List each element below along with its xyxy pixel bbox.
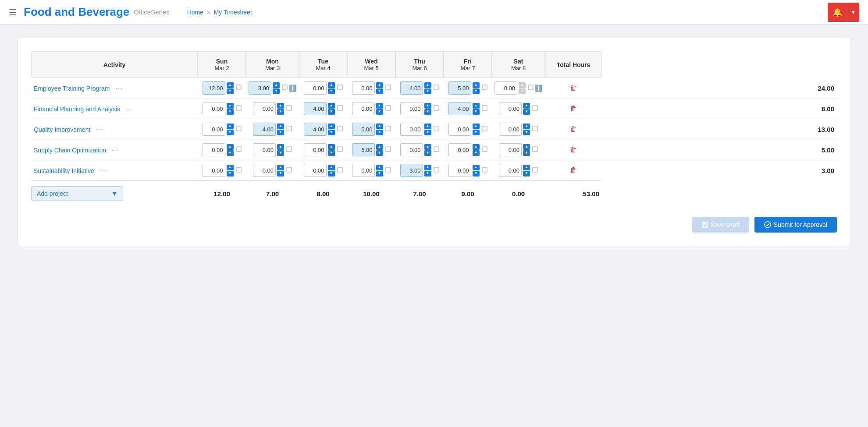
hour-input-r1-d5[interactable]	[448, 102, 471, 115]
note-icon-r2-d4[interactable]	[434, 126, 439, 133]
spinner-up-r0-d4[interactable]: ▲	[424, 82, 431, 88]
spinner-down-r1-d4[interactable]: ▼	[424, 109, 431, 115]
delete-button-2[interactable]: 🗑	[567, 124, 580, 134]
spinner-up-r4-d3[interactable]: ▲	[376, 165, 383, 170]
note-icon-r2-d0[interactable]	[236, 126, 242, 133]
spinner-up-r0-d0[interactable]: ▲	[227, 82, 234, 88]
spinner-down-r0-d4[interactable]: ▼	[424, 88, 431, 94]
hour-input-r2-d0[interactable]	[203, 123, 225, 136]
spinner-down-r0-d2[interactable]: ▼	[328, 88, 335, 94]
note-icon-r4-d6[interactable]	[532, 167, 538, 174]
spinner-up-r3-d5[interactable]: ▲	[473, 144, 480, 150]
hour-input-r3-d0[interactable]	[203, 143, 225, 156]
hour-input-r3-d2[interactable]	[304, 143, 327, 156]
hour-input-r4-d3[interactable]	[352, 164, 375, 177]
note-icon-r0-d3[interactable]	[385, 85, 391, 92]
spinner-up-r2-d2[interactable]: ▲	[328, 124, 335, 129]
submit-button[interactable]: Submit for Approval	[754, 217, 837, 233]
spinner-down-r3-d0[interactable]: ▼	[227, 150, 234, 156]
spinner-up-r1-d6[interactable]: ▲	[523, 103, 530, 109]
spinner-down-r3-d6[interactable]: ▼	[523, 150, 530, 156]
spinner-up-r4-d4[interactable]: ▲	[424, 165, 431, 170]
breadcrumb-home[interactable]: Home	[187, 9, 203, 16]
note-icon-r0-d0[interactable]	[236, 85, 242, 92]
info-icon-r0-d6[interactable]: ℹ️	[535, 85, 542, 92]
spinner-down-r4-d4[interactable]: ▼	[424, 171, 431, 176]
spinner-up-r3-d1[interactable]: ▲	[277, 144, 284, 150]
spinner-down-r1-d2[interactable]: ▼	[328, 109, 335, 115]
hour-input-r2-d6[interactable]	[499, 123, 522, 136]
spinner-down-r3-d3[interactable]: ▼	[376, 150, 383, 156]
spinner-up-r4-d0[interactable]: ▲	[227, 165, 234, 170]
note-icon-r1-d1[interactable]	[286, 105, 292, 112]
spinner-up-r2-d0[interactable]: ▲	[227, 124, 234, 129]
spinner-up-r1-d4[interactable]: ▲	[424, 103, 431, 109]
delete-button-4[interactable]: 🗑	[567, 166, 580, 175]
spinner-down-r3-d5[interactable]: ▼	[473, 150, 480, 156]
hour-input-r0-d4[interactable]	[400, 81, 423, 95]
delete-button-0[interactable]: 🗑	[567, 83, 580, 93]
hour-input-r2-d4[interactable]	[400, 123, 423, 136]
spinner-up-r3-d3[interactable]: ▲	[376, 144, 383, 150]
spinner-up-r2-d1[interactable]: ▲	[277, 124, 284, 129]
note-icon-r3-d1[interactable]	[286, 146, 292, 153]
hour-input-r3-d4[interactable]	[400, 143, 423, 156]
activity-menu-2[interactable]: ···	[96, 125, 103, 134]
spinner-down-r4-d6[interactable]: ▼	[523, 171, 530, 176]
spinner-down-r0-d6[interactable]: ▼	[519, 88, 526, 94]
bell-button[interactable]: 🔔	[828, 3, 847, 22]
spinner-down-r0-d5[interactable]: ▼	[473, 88, 480, 94]
hour-input-r1-d3[interactable]	[352, 102, 375, 115]
spinner-down-r3-d1[interactable]: ▼	[277, 150, 284, 156]
hour-input-r3-d5[interactable]	[448, 143, 471, 156]
spinner-up-r1-d3[interactable]: ▲	[376, 103, 383, 109]
hour-input-r3-d6[interactable]	[499, 143, 522, 156]
note-icon-r1-d0[interactable]	[236, 105, 242, 112]
hour-input-r1-d6[interactable]	[499, 102, 522, 115]
note-icon-r4-d4[interactable]	[434, 167, 439, 174]
note-icon-r1-d5[interactable]	[482, 105, 487, 112]
hour-input-r0-d1[interactable]	[249, 81, 271, 95]
spinner-down-r1-d5[interactable]: ▼	[473, 109, 480, 115]
note-icon-r3-d6[interactable]	[532, 146, 538, 153]
spinner-down-r4-d5[interactable]: ▼	[473, 171, 480, 176]
spinner-down-r2-d3[interactable]: ▼	[376, 130, 383, 135]
spinner-down-r1-d6[interactable]: ▼	[523, 109, 530, 115]
note-icon-r0-d4[interactable]	[434, 85, 439, 92]
spinner-up-r4-d5[interactable]: ▲	[473, 165, 480, 170]
spinner-up-r4-d1[interactable]: ▲	[277, 165, 284, 170]
note-icon-r1-d3[interactable]	[385, 105, 391, 112]
spinner-down-r2-d4[interactable]: ▼	[424, 130, 431, 135]
note-icon-r2-d1[interactable]	[286, 126, 292, 133]
spinner-down-r2-d1[interactable]: ▼	[277, 130, 284, 135]
spinner-up-r2-d3[interactable]: ▲	[376, 124, 383, 129]
spinner-down-r1-d1[interactable]: ▼	[277, 109, 284, 115]
spinner-down-r1-d0[interactable]: ▼	[227, 109, 234, 115]
delete-button-3[interactable]: 🗑	[567, 145, 580, 155]
spinner-up-r0-d1[interactable]: ▲	[273, 82, 280, 88]
spinner-down-r4-d1[interactable]: ▼	[277, 171, 284, 176]
hour-input-r4-d2[interactable]	[304, 164, 327, 177]
note-icon-r0-d6[interactable]	[528, 85, 534, 92]
spinner-up-r0-d5[interactable]: ▲	[473, 82, 480, 88]
spinner-up-r4-d2[interactable]: ▲	[328, 165, 335, 170]
spinner-up-r4-d6[interactable]: ▲	[523, 165, 530, 170]
note-icon-r3-d2[interactable]	[337, 146, 343, 153]
spinner-down-r4-d0[interactable]: ▼	[227, 171, 234, 176]
hour-input-r1-d4[interactable]	[400, 102, 423, 115]
hour-input-r1-d2[interactable]	[304, 102, 327, 115]
hour-input-r1-d0[interactable]	[203, 102, 225, 115]
note-icon-r0-d5[interactable]	[482, 85, 487, 92]
note-icon-r1-d6[interactable]	[532, 105, 538, 112]
add-project-button[interactable]: Add project ▼	[31, 186, 123, 201]
spinner-up-r3-d6[interactable]: ▲	[523, 144, 530, 150]
hour-input-r2-d1[interactable]	[253, 123, 276, 136]
note-icon-r4-d1[interactable]	[286, 167, 292, 174]
note-icon-r3-d5[interactable]	[482, 146, 487, 153]
spinner-down-r0-d0[interactable]: ▼	[227, 88, 234, 94]
note-icon-r2-d2[interactable]	[337, 126, 343, 133]
note-icon-r0-d1[interactable]	[282, 85, 288, 92]
spinner-up-r1-d0[interactable]: ▲	[227, 103, 234, 109]
hour-input-r2-d3[interactable]	[352, 123, 375, 136]
spinner-down-r4-d2[interactable]: ▼	[328, 171, 335, 176]
